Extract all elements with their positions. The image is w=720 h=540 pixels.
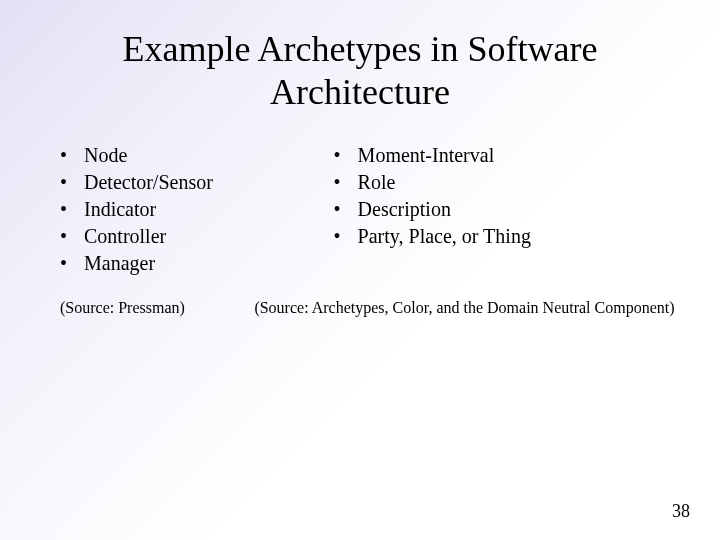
left-bullet-list: Node Detector/Sensor Indicator Controlle… bbox=[60, 142, 334, 277]
slide-title: Example Archetypes in Software Architect… bbox=[90, 28, 630, 114]
sources-row: (Source: Pressman) (Source: Archetypes, … bbox=[30, 299, 690, 317]
list-item: Controller bbox=[60, 223, 334, 250]
list-item: Party, Place, or Thing bbox=[334, 223, 690, 250]
list-item: Moment-Interval bbox=[334, 142, 690, 169]
right-source: (Source: Archetypes, Color, and the Doma… bbox=[254, 299, 690, 317]
list-item: Node bbox=[60, 142, 334, 169]
list-item: Description bbox=[334, 196, 690, 223]
right-bullet-list: Moment-Interval Role Description Party, … bbox=[334, 142, 690, 250]
list-item: Role bbox=[334, 169, 690, 196]
left-column: Node Detector/Sensor Indicator Controlle… bbox=[30, 142, 334, 277]
right-column: Moment-Interval Role Description Party, … bbox=[334, 142, 690, 277]
list-item: Detector/Sensor bbox=[60, 169, 334, 196]
left-source: (Source: Pressman) bbox=[30, 299, 254, 317]
list-item: Indicator bbox=[60, 196, 334, 223]
columns: Node Detector/Sensor Indicator Controlle… bbox=[30, 142, 690, 277]
list-item: Manager bbox=[60, 250, 334, 277]
slide: Example Archetypes in Software Architect… bbox=[0, 0, 720, 540]
page-number: 38 bbox=[672, 501, 690, 522]
